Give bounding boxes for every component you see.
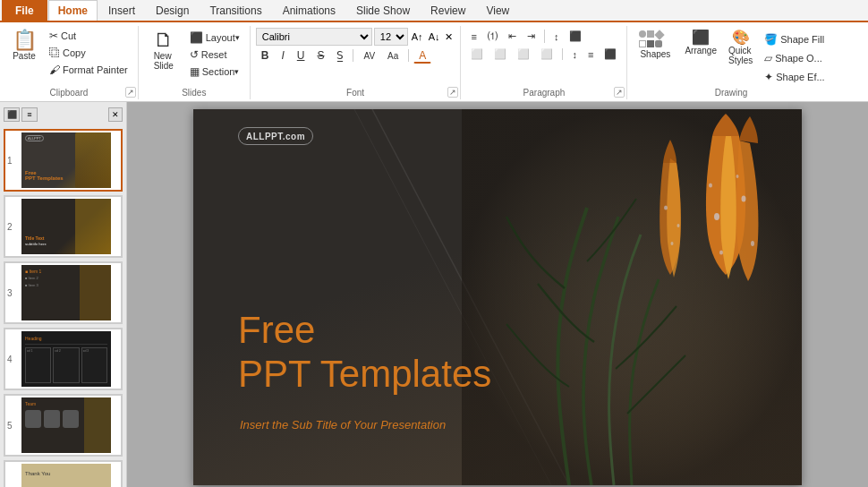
slide-title[interactable]: Free PPT Templates xyxy=(238,309,491,396)
slide-thumbnail-5[interactable]: 5 Team xyxy=(4,394,123,457)
svg-point-8 xyxy=(709,184,712,188)
slide-thumbnail-1[interactable]: 1 FreePPT Templates ALLPPT xyxy=(4,129,123,192)
quick-styles-icon: 🎨 xyxy=(732,30,750,45)
group-paragraph: ≡ ⑴ ⇤ ⇥ ↕ ⬛ ⬜ ⬜ ⬜ ⬜ ↕ ≡ ⬛ xyxy=(461,26,627,99)
increase-font-button[interactable]: A↑ xyxy=(410,31,425,42)
slide-thumbnail-4[interactable]: 4 Heading col 1 col 2 col 3 xyxy=(4,328,123,390)
clear-format-button[interactable]: ✕ xyxy=(443,31,455,43)
quick-styles-button[interactable]: 🎨 QuickStyles xyxy=(724,28,757,68)
font-color-button[interactable]: A xyxy=(413,48,431,64)
paste-icon: 📋 xyxy=(13,30,37,50)
increase-indent-button[interactable]: ⇥ xyxy=(523,29,540,44)
slide-view: ALLPPT.com Free PPT Templates Insert the… xyxy=(127,102,868,487)
tab-design[interactable]: Design xyxy=(146,0,199,21)
shape-outline-button[interactable]: ▱ Shape O... xyxy=(760,50,829,66)
align-right-button[interactable]: ⬜ xyxy=(513,47,534,62)
slide-thumbnail-3[interactable]: 3 ■ Item 1 ■ Item 2 ■ Item 3 xyxy=(4,261,123,324)
separator2 xyxy=(408,49,409,62)
slide-thumbnail-2[interactable]: 2 Title Textsubtitle here xyxy=(4,195,123,258)
slide-preview-5: Team xyxy=(21,397,111,453)
arrange-icon: ⬛ xyxy=(692,30,710,45)
bullets-button[interactable]: ≡ xyxy=(466,30,481,44)
svg-point-9 xyxy=(664,206,668,210)
paragraph-dialog-launcher[interactable]: ↗ xyxy=(614,87,625,98)
convert-smartart-button[interactable]: ⬛ xyxy=(600,47,621,62)
line-spacing-button[interactable]: ↕ xyxy=(549,30,564,44)
slide-num-1: 1 xyxy=(7,156,18,166)
reset-icon: ↺ xyxy=(190,48,199,61)
tab-insert[interactable]: Insert xyxy=(98,0,145,21)
bold-button[interactable]: B xyxy=(256,47,275,64)
align-center-button[interactable]: ⬜ xyxy=(489,47,511,62)
copy-button[interactable]: ⿻ Copy xyxy=(45,45,132,61)
slide-num-2: 2 xyxy=(7,222,18,232)
slide-subtitle[interactable]: Insert the Sub Title of Your Presentatio… xyxy=(240,418,446,431)
decrease-font-button[interactable]: A↓ xyxy=(427,31,442,42)
shape-fill-button[interactable]: 🪣 Shape Fill xyxy=(760,31,829,47)
group-drawing: Shapes ⬛ Arrange 🎨 QuickStyles 🪣 Shape F… xyxy=(627,26,834,99)
justify-button[interactable]: ⬜ xyxy=(536,47,557,62)
shape-effects-icon: ✦ xyxy=(764,71,773,83)
slides-view-btn[interactable]: ⬛ xyxy=(4,107,20,122)
shapes-button[interactable]: Shapes xyxy=(633,28,677,62)
shape-outline-icon: ▱ xyxy=(764,52,772,64)
numbering-button[interactable]: ⑴ xyxy=(483,28,502,45)
underline-button[interactable]: U xyxy=(292,47,311,64)
format-painter-icon: 🖌 xyxy=(49,64,60,76)
paste-button[interactable]: 📋 Paste xyxy=(5,28,43,64)
slide-num-3: 3 xyxy=(7,288,18,298)
arrange-button[interactable]: ⬛ Arrange xyxy=(680,28,721,58)
tab-review[interactable]: Review xyxy=(421,0,475,21)
ribbon-tabs: File Home Insert Design Transitions Anim… xyxy=(0,0,868,21)
svg-point-6 xyxy=(719,251,723,255)
add-remove-cols-button[interactable]: ⬛ xyxy=(565,29,586,44)
slide-preview-2: Title Textsubtitle here xyxy=(21,199,111,254)
reset-button[interactable]: ↺ Reset xyxy=(185,47,244,63)
cut-icon: ✂ xyxy=(49,30,58,42)
slide-thumbnail-6[interactable]: 6 Thank You xyxy=(4,460,123,487)
text-direction-button[interactable]: ↕ xyxy=(567,47,582,62)
text-shadow-button[interactable]: S̲ xyxy=(331,47,348,64)
tab-file[interactable]: File xyxy=(2,0,47,21)
italic-button[interactable]: I xyxy=(276,47,289,64)
tab-transitions[interactable]: Transitions xyxy=(200,0,271,21)
tab-slideshow[interactable]: Slide Show xyxy=(346,0,420,21)
align-text-button[interactable]: ≡ xyxy=(583,47,598,62)
svg-point-3 xyxy=(714,213,719,220)
main-area: ⬛ ≡ ✕ 1 FreePPT Templates ALLPPT 2 Title… xyxy=(0,102,868,487)
svg-point-4 xyxy=(742,196,746,202)
ribbon-content: 📋 Paste ✂ Cut ⿻ Copy 🖌 Format Painter xyxy=(0,21,868,101)
format-painter-button[interactable]: 🖌 Format Painter xyxy=(45,62,132,78)
char-spacing-button[interactable]: AV xyxy=(358,49,380,63)
shapes-preview xyxy=(639,30,671,47)
slide-canvas[interactable]: ALLPPT.com Free PPT Templates Insert the… xyxy=(193,109,802,485)
outline-view-btn[interactable]: ≡ xyxy=(21,107,38,122)
section-button[interactable]: ▦ Section ▾ xyxy=(185,64,244,80)
svg-point-7 xyxy=(736,175,739,178)
separator xyxy=(353,49,353,62)
strikethrough-button[interactable]: S xyxy=(311,47,329,64)
svg-point-11 xyxy=(671,242,674,245)
font-dialog-launcher[interactable]: ↗ xyxy=(447,87,458,98)
tab-home[interactable]: Home xyxy=(48,0,98,21)
svg-point-10 xyxy=(677,224,680,227)
slide-panel: ⬛ ≡ ✕ 1 FreePPT Templates ALLPPT 2 Title… xyxy=(0,102,127,487)
group-font: Calibri 12 A↑ A↓ ✕ B I U S S̲ AV xyxy=(251,26,462,99)
slide-preview-3: ■ Item 1 ■ Item 2 ■ Item 3 xyxy=(21,265,111,320)
tab-animations[interactable]: Animations xyxy=(273,0,345,21)
flower-illustration xyxy=(462,109,802,485)
decrease-indent-button[interactable]: ⇤ xyxy=(504,29,521,44)
change-case-button[interactable]: Aa xyxy=(382,49,404,63)
font-size-select[interactable]: 12 xyxy=(374,28,408,46)
new-slide-button[interactable]: 🗋 NewSlide xyxy=(144,28,183,73)
tab-view[interactable]: View xyxy=(476,0,519,21)
shape-effects-button[interactable]: ✦ Shape Ef... xyxy=(760,69,829,85)
close-panel-button[interactable]: ✕ xyxy=(108,107,123,122)
slide-logo: ALLPPT.com xyxy=(238,127,313,145)
font-name-select[interactable]: Calibri xyxy=(256,28,372,46)
cut-button[interactable]: ✂ Cut xyxy=(45,28,132,44)
layout-button[interactable]: ⬛ Layout ▾ xyxy=(185,30,244,46)
slide-num-5: 5 xyxy=(7,421,18,431)
clipboard-dialog-launcher[interactable]: ↗ xyxy=(125,87,136,98)
align-left-button[interactable]: ⬜ xyxy=(466,47,488,62)
